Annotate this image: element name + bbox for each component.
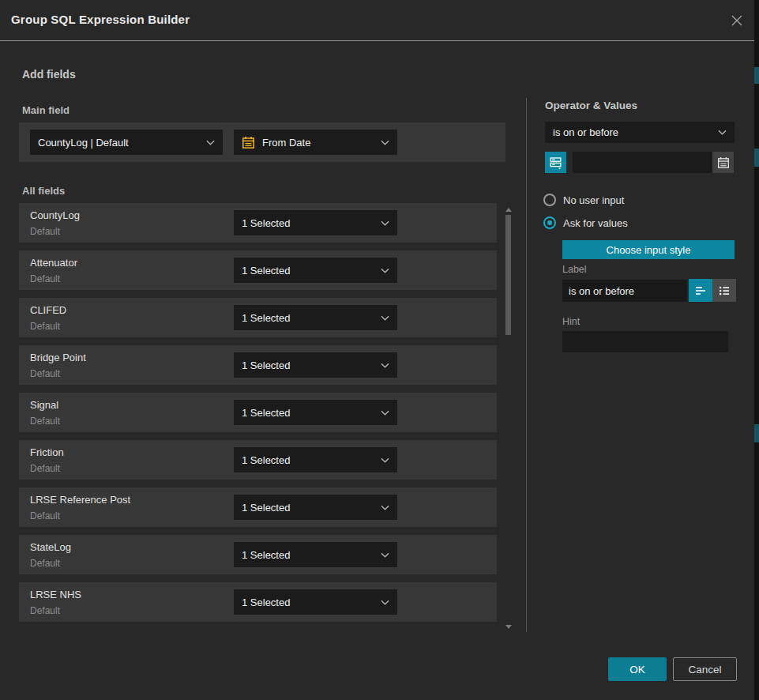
field-values-select-value: 1 Selected — [242, 265, 381, 277]
field-default-label: Default — [30, 226, 60, 237]
field-name: Friction — [30, 446, 64, 458]
date-value-input[interactable] — [573, 152, 712, 173]
field-default-label: Default — [30, 416, 60, 427]
chevron-down-icon — [381, 140, 389, 145]
chevron-down-icon — [381, 600, 389, 605]
field-values-select[interactable]: 1 Selected — [234, 258, 397, 283]
chevron-down-icon — [381, 505, 389, 510]
field-default-label: Default — [30, 463, 60, 474]
field-default-label: Default — [30, 605, 60, 616]
align-left-icon — [694, 284, 707, 297]
field-default-label: Default — [30, 368, 60, 379]
background-accent-strip — [754, 424, 759, 442]
chevron-down-icon — [206, 140, 215, 145]
main-layer-select[interactable]: CountyLog | Default — [30, 130, 223, 155]
list-style-button[interactable] — [712, 279, 736, 302]
scrollbar-thumb[interactable] — [505, 215, 511, 335]
field-name: CLIFED — [30, 304, 66, 316]
calendar-icon — [717, 156, 730, 169]
chevron-down-icon — [381, 457, 389, 463]
radio-circle[interactable] — [543, 216, 556, 229]
cancel-button[interactable]: Cancel — [673, 657, 737, 681]
field-default-label: Default — [30, 510, 60, 521]
field-row: CountyLog Default 1 Selected — [19, 203, 497, 243]
all-fields-list: CountyLog Default 1 Selected Attenuator … — [19, 203, 497, 630]
chevron-down-icon — [381, 552, 389, 558]
input-rows-icon — [549, 156, 562, 169]
field-values-select-value: 1 Selected — [242, 407, 381, 419]
field-name: LRSE NHS — [30, 589, 81, 600]
operator-select[interactable]: is on or before — [545, 122, 735, 143]
field-name: LRSE Reference Post — [30, 494, 130, 506]
chevron-down-icon — [381, 410, 389, 416]
field-values-select[interactable]: 1 Selected — [234, 400, 397, 425]
operator-select-value: is on or before — [553, 126, 718, 138]
main-field-row: CountyLog | Default From Date — [19, 122, 505, 162]
label-input[interactable] — [562, 280, 687, 302]
field-values-select-value: 1 Selected — [242, 502, 381, 514]
field-row: StateLog Default 1 Selected — [19, 535, 497, 574]
field-default-label: Default — [30, 321, 60, 332]
dialog-titlebar: Group SQL Expression Builder — [0, 0, 754, 41]
date-picker-button[interactable] — [712, 152, 734, 173]
field-name: StateLog — [30, 541, 71, 553]
ok-button[interactable]: OK — [608, 657, 667, 681]
field-name: CountyLog — [30, 209, 80, 221]
field-name: Bridge Point — [30, 352, 86, 363]
scrollbar-up-arrow[interactable] — [505, 208, 512, 212]
field-values-select-value: 1 Selected — [242, 217, 381, 229]
chevron-down-icon — [718, 130, 727, 135]
scrollbar-down-arrow[interactable] — [505, 625, 512, 629]
main-field-heading: Main field — [22, 104, 70, 116]
hint-input[interactable] — [562, 331, 728, 352]
radio-circle[interactable] — [543, 194, 556, 206]
field-values-select[interactable]: 1 Selected — [234, 210, 397, 235]
field-values-select[interactable]: 1 Selected — [234, 447, 397, 472]
operator-values-heading: Operator & Values — [545, 100, 637, 111]
field-values-select-value: 1 Selected — [242, 312, 381, 324]
field-values-select[interactable]: 1 Selected — [234, 305, 397, 330]
calendar-icon — [242, 136, 255, 149]
value-type-icon-button[interactable] — [545, 152, 566, 173]
add-fields-heading: Add fields — [22, 68, 76, 81]
main-layer-select-value: CountyLog | Default — [38, 137, 206, 149]
main-field-select-value: From Date — [262, 137, 381, 149]
field-values-select[interactable]: 1 Selected — [234, 542, 397, 567]
all-fields-heading: All fields — [22, 185, 65, 197]
main-field-select[interactable]: From Date — [234, 130, 397, 155]
field-values-select[interactable]: 1 Selected — [234, 495, 397, 520]
field-name: Attenuator — [30, 257, 77, 269]
background-accent-strip — [754, 67, 759, 84]
chevron-down-icon — [381, 220, 389, 226]
chevron-down-icon — [381, 363, 389, 368]
field-row: Attenuator Default 1 Selected — [19, 250, 497, 290]
background-accent-strip — [754, 149, 759, 167]
radio-label: No user input — [563, 194, 624, 206]
field-row: LRSE NHS Default 1 Selected — [19, 582, 497, 622]
panel-divider — [526, 98, 527, 632]
field-row: Signal Default 1 Selected — [19, 393, 497, 432]
field-values-select[interactable]: 1 Selected — [234, 352, 397, 378]
single-line-style-button[interactable] — [689, 279, 712, 302]
field-row: Friction Default 1 Selected — [19, 440, 497, 480]
dialog-title: Group SQL Expression Builder — [11, 13, 190, 26]
group-sql-expression-builder-dialog: Group SQL Expression Builder Add fields … — [0, 0, 754, 700]
radio-label: Ask for values — [563, 217, 628, 229]
radio-ask-for-values[interactable]: Ask for values — [543, 216, 628, 229]
label-field-label: Label — [562, 264, 587, 275]
field-values-select-value: 1 Selected — [242, 454, 381, 466]
field-values-select[interactable]: 1 Selected — [234, 589, 397, 615]
field-row: CLIFED Default 1 Selected — [19, 298, 497, 337]
field-row: LRSE Reference Post Default 1 Selected — [19, 487, 497, 527]
screen: Group SQL Expression Builder Add fields … — [0, 0, 759, 700]
choose-input-style-button[interactable]: Choose input style — [562, 240, 735, 259]
close-icon[interactable] — [729, 13, 745, 28]
field-default-label: Default — [30, 558, 60, 569]
field-values-select-value: 1 Selected — [242, 359, 381, 371]
field-row: Bridge Point Default 1 Selected — [19, 345, 497, 385]
field-default-label: Default — [30, 273, 60, 284]
radio-no-user-input[interactable]: No user input — [543, 194, 624, 206]
chevron-down-icon — [381, 315, 389, 321]
field-values-select-value: 1 Selected — [242, 549, 381, 561]
field-name: Signal — [30, 399, 58, 411]
